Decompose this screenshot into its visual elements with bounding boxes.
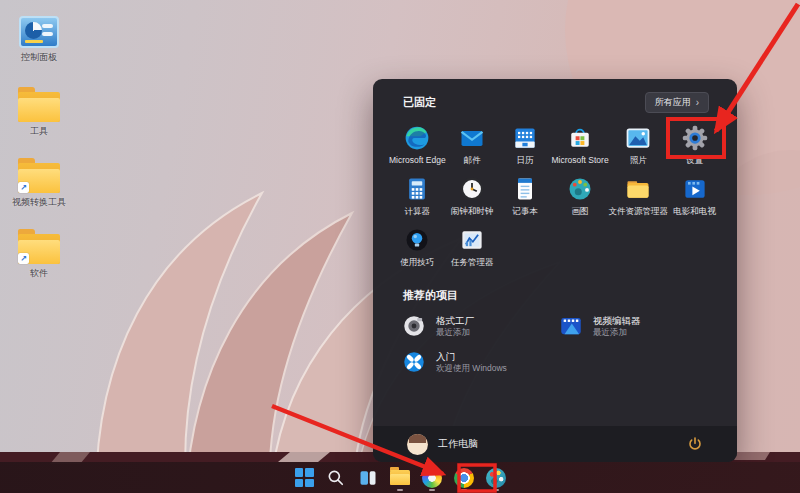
app-photos[interactable]: 照片 <box>609 121 669 172</box>
paint-palette-icon <box>486 468 506 488</box>
windows-logo-icon <box>295 468 314 487</box>
running-indicator <box>397 489 403 491</box>
desktop-icon-folder-tools[interactable]: 工具 <box>8 87 70 158</box>
recommended-section-title: 推荐的项目 <box>373 274 737 307</box>
desktop-icon-label: 工具 <box>30 126 48 136</box>
format-factory-icon <box>401 313 427 339</box>
folder-shortcut-icon: ↗ <box>18 234 60 264</box>
search-icon <box>326 468 346 488</box>
app-label: 照片 <box>630 155 647 165</box>
app-movies-tv[interactable]: 电影和电视 <box>668 172 721 223</box>
folder-icon <box>390 470 410 485</box>
app-alarms-clock[interactable]: 闹钟和时钟 <box>446 172 499 223</box>
desktop-icon-list: 控制面板 工具 ↗ 视频转换工具 ↗ 软件 <box>8 16 70 300</box>
lightbulb-icon <box>403 225 431 255</box>
all-apps-button[interactable]: 所有应用 › <box>645 92 709 113</box>
desktop-icon-folder-video[interactable]: ↗ 视频转换工具 <box>8 158 70 229</box>
app-tips[interactable]: 使用技巧 <box>389 223 446 274</box>
photos-icon <box>624 123 652 153</box>
app-label: 文件资源管理器 <box>609 206 669 216</box>
app-label: 日历 <box>517 155 534 165</box>
task-view-button[interactable] <box>355 465 381 491</box>
desktop-icon-folder-software[interactable]: ↗ 软件 <box>8 229 70 300</box>
desktop-icon-control-panel[interactable]: 控制面板 <box>8 16 70 87</box>
taskbar-paint[interactable] <box>483 465 509 491</box>
app-calculator[interactable]: 计算器 <box>389 172 446 223</box>
app-microsoft-store[interactable]: Microsoft Store <box>551 121 608 172</box>
movies-tv-icon <box>681 174 709 204</box>
desktop-icon-label: 软件 <box>30 268 48 278</box>
app-label: Microsoft Edge <box>389 155 446 165</box>
app-label: 画图 <box>572 206 589 216</box>
calendar-icon <box>511 123 539 153</box>
recommended-item-get-started[interactable]: 入门 欢迎使用 Windows <box>399 345 556 379</box>
recommended-grid: 格式工厂 最近添加 视频编辑器 最近添加 <box>373 307 737 379</box>
user-name: 工作电脑 <box>438 437 478 451</box>
pinwheel-browser-icon <box>422 468 442 488</box>
recommended-title: 格式工厂 <box>436 315 474 327</box>
start-button[interactable] <box>291 465 317 491</box>
running-indicator <box>429 489 435 491</box>
app-label: 电影和电视 <box>673 206 716 216</box>
taskbar-chrome[interactable] <box>451 465 477 491</box>
edge-icon <box>403 123 431 153</box>
settings-gear-icon <box>680 123 710 153</box>
user-account-button[interactable]: 工作电脑 <box>407 434 478 455</box>
app-calendar[interactable]: 日历 <box>499 121 552 172</box>
app-paint[interactable]: 画图 <box>551 172 608 223</box>
search-button[interactable] <box>323 465 349 491</box>
app-label: 邮件 <box>464 155 481 165</box>
recommended-subtitle: 欢迎使用 Windows <box>436 363 507 374</box>
paint-palette-icon <box>566 174 594 204</box>
start-menu-header: 已固定 所有应用 › <box>373 79 737 117</box>
chevron-right-icon: › <box>696 97 699 108</box>
file-explorer-folder-icon <box>624 174 652 204</box>
taskbar-file-explorer[interactable] <box>387 465 413 491</box>
start-menu-footer: 工作电脑 <box>373 426 737 462</box>
task-view-icon <box>358 468 378 488</box>
running-indicator <box>493 489 499 491</box>
taskbar <box>0 462 800 493</box>
app-label: 使用技巧 <box>400 257 434 267</box>
shortcut-arrow-icon: ↗ <box>18 253 29 264</box>
clock-icon <box>458 174 486 204</box>
video-editor-icon <box>558 313 584 339</box>
shortcut-arrow-icon: ↗ <box>18 182 29 193</box>
task-manager-icon <box>458 225 486 255</box>
app-settings[interactable]: 设置 <box>668 121 721 172</box>
recommended-subtitle: 最近添加 <box>436 327 474 338</box>
store-icon <box>566 123 594 153</box>
app-label: 计算器 <box>405 206 431 216</box>
recommended-item-format-factory[interactable]: 格式工厂 最近添加 <box>399 309 556 343</box>
app-label: Microsoft Store <box>551 155 608 165</box>
taskbar-browser-pinwheel[interactable] <box>419 465 445 491</box>
get-started-pinwheel-icon <box>401 349 427 375</box>
app-label: 任务管理器 <box>451 257 494 267</box>
app-task-manager[interactable]: 任务管理器 <box>446 223 499 274</box>
control-panel-icon <box>19 16 59 48</box>
desktop-icon-label: 控制面板 <box>21 52 57 62</box>
app-microsoft-edge[interactable]: Microsoft Edge <box>389 121 446 172</box>
app-label: 闹钟和时钟 <box>451 206 494 216</box>
all-apps-label: 所有应用 <box>655 96 691 109</box>
desktop-icon-label: 视频转换工具 <box>12 197 66 207</box>
recommended-title: 入门 <box>436 351 507 363</box>
notepad-icon <box>511 174 539 204</box>
folder-shortcut-icon: ↗ <box>18 163 60 193</box>
user-avatar <box>407 434 428 455</box>
pinned-app-grid: Microsoft Edge 邮件 <box>373 117 737 274</box>
app-file-explorer[interactable]: 文件资源管理器 <box>609 172 669 223</box>
power-button[interactable] <box>687 436 703 452</box>
folder-icon <box>18 92 60 122</box>
pinned-section-title: 已固定 <box>403 95 436 110</box>
app-label: 记事本 <box>512 206 538 216</box>
recommended-title: 视频编辑器 <box>593 315 641 327</box>
app-mail[interactable]: 邮件 <box>446 121 499 172</box>
app-label: 设置 <box>686 155 703 165</box>
chrome-icon <box>454 468 474 488</box>
start-menu-panel: 已固定 所有应用 › Microsoft Edge <box>373 79 737 462</box>
recommended-item-video-editor[interactable]: 视频编辑器 最近添加 <box>556 309 713 343</box>
app-notepad[interactable]: 记事本 <box>499 172 552 223</box>
running-indicator <box>461 489 467 491</box>
calculator-icon <box>403 174 431 204</box>
